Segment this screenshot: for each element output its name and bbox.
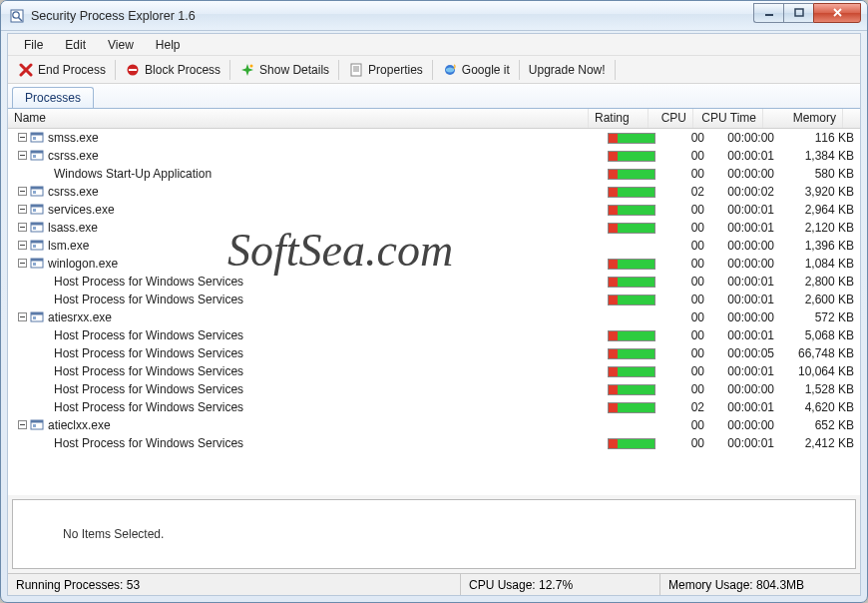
ie-icon	[442, 62, 458, 78]
table-row[interactable]: csrss.exe0000:00:011,384 KB	[8, 147, 860, 165]
table-row[interactable]: Host Process for Windows Services0000:00…	[8, 291, 860, 308]
cpu-cell: 00	[665, 436, 710, 450]
table-row[interactable]: Host Process for Windows Services0000:00…	[8, 273, 860, 291]
cpu-cell: 00	[665, 167, 710, 181]
menu-file[interactable]: File	[14, 36, 53, 54]
column-cpu[interactable]: CPU	[649, 109, 693, 128]
column-rating[interactable]: Rating	[589, 109, 649, 128]
properties-label: Properties	[368, 63, 423, 77]
maximize-button[interactable]	[783, 3, 813, 23]
close-button[interactable]	[813, 3, 861, 23]
rating-bar	[608, 187, 655, 198]
google-it-button[interactable]: Google it	[436, 60, 516, 80]
table-row[interactable]: atieclxx.exe0000:00:00652 KB	[8, 416, 860, 434]
table-row[interactable]: smss.exe0000:00:00116 KB	[8, 129, 860, 147]
cpu-cell: 00	[665, 131, 710, 145]
rating-cell	[606, 366, 665, 377]
column-name[interactable]: Name	[8, 109, 589, 128]
tab-processes[interactable]: Processes	[12, 87, 94, 109]
rating-cell	[606, 277, 665, 288]
rating-bar	[608, 223, 655, 234]
memory-cell: 5,068 KB	[780, 328, 860, 342]
toolbar-separator	[115, 60, 116, 80]
cpu-time-cell: 00:00:00	[710, 131, 780, 145]
menu-view[interactable]: View	[98, 36, 144, 54]
svg-rect-47	[33, 245, 36, 248]
expander-icon[interactable]	[18, 257, 30, 271]
process-name-cell: atieclxx.exe	[8, 418, 606, 432]
process-name-cell: lsm.exe	[8, 239, 606, 253]
rating-bar	[608, 205, 655, 216]
upgrade-button[interactable]: Upgrade Now!	[523, 61, 612, 79]
process-icon	[30, 418, 44, 432]
rating-bar	[608, 348, 655, 359]
svg-point-12	[250, 64, 253, 67]
process-icon	[36, 328, 50, 342]
rating-cell	[606, 151, 665, 162]
process-name: csrss.exe	[48, 149, 99, 163]
column-scroll-gap	[843, 109, 860, 128]
menu-help[interactable]: Help	[146, 36, 191, 54]
cpu-time-cell: 00:00:01	[710, 436, 780, 450]
menubar: File Edit View Help	[8, 34, 860, 56]
table-row[interactable]: Host Process for Windows Services0000:00…	[8, 344, 860, 362]
memory-cell: 2,964 KB	[780, 203, 860, 217]
titlebar[interactable]: Security Process Explorer 1.6	[1, 1, 867, 31]
toolbar-separator	[615, 60, 616, 80]
block-process-button[interactable]: Block Process	[119, 60, 226, 80]
cpu-cell: 00	[665, 418, 710, 432]
expander-icon[interactable]	[18, 418, 30, 432]
minimize-button[interactable]	[753, 3, 783, 23]
table-row[interactable]: lsm.exe0000:00:001,396 KB	[8, 237, 860, 255]
rating-bar	[608, 259, 655, 270]
expander-icon[interactable]	[18, 310, 30, 324]
table-row[interactable]: Host Process for Windows Services0200:00…	[8, 398, 860, 416]
cpu-time-cell: 00:00:00	[710, 382, 780, 396]
cpu-cell: 00	[665, 310, 710, 324]
show-details-button[interactable]: Show Details	[233, 60, 335, 80]
table-row[interactable]: Host Process for Windows Services0000:00…	[8, 380, 860, 398]
cpu-time-cell: 00:00:00	[710, 239, 780, 253]
expander-icon[interactable]	[18, 203, 30, 217]
table-row[interactable]: csrss.exe0200:00:023,920 KB	[8, 183, 860, 201]
rating-cell	[606, 169, 665, 180]
process-name-cell: Host Process for Windows Services	[8, 382, 606, 396]
toolbar-separator	[519, 60, 520, 80]
menu-edit[interactable]: Edit	[55, 36, 96, 54]
rating-cell	[606, 402, 665, 413]
table-row[interactable]: atiesrxx.exe0000:00:00572 KB	[8, 308, 860, 326]
cpu-cell: 02	[665, 185, 710, 199]
expander-icon[interactable]	[18, 131, 30, 145]
cpu-time-cell: 00:00:01	[710, 203, 780, 217]
process-name-cell: Host Process for Windows Services	[8, 275, 606, 289]
properties-icon	[348, 62, 364, 78]
column-memory[interactable]: Memory	[763, 109, 843, 128]
end-process-button[interactable]: End Process	[12, 60, 112, 80]
table-row[interactable]: Host Process for Windows Services0000:00…	[8, 434, 860, 452]
rating-cell	[606, 295, 665, 305]
table-row[interactable]: lsass.exe0000:00:012,120 KB	[8, 219, 860, 237]
expander-icon[interactable]	[18, 149, 30, 163]
table-row[interactable]: Windows Start-Up Application0000:00:0058…	[8, 165, 860, 183]
cpu-time-cell: 00:00:00	[710, 418, 780, 432]
cpu-time-cell: 00:00:01	[710, 364, 780, 378]
table-row[interactable]: Host Process for Windows Services0000:00…	[8, 326, 860, 344]
process-icon	[36, 346, 50, 360]
expander-icon[interactable]	[18, 185, 30, 199]
tab-strip: Processes	[8, 84, 860, 108]
cpu-cell: 00	[665, 239, 710, 253]
process-icon	[36, 364, 50, 378]
svg-rect-57	[33, 316, 36, 319]
list-body[interactable]: SoftSea.com smss.exe0000:00:00116 KBcsrs…	[8, 129, 860, 495]
table-row[interactable]: Host Process for Windows Services0000:00…	[8, 362, 860, 380]
expander-icon[interactable]	[18, 221, 30, 235]
expander-icon[interactable]	[18, 239, 30, 253]
properties-button[interactable]: Properties	[342, 60, 429, 80]
process-icon	[36, 293, 50, 306]
process-name-cell: services.exe	[8, 203, 606, 217]
column-cpu-time[interactable]: CPU Time	[693, 109, 763, 128]
table-row[interactable]: winlogon.exe0000:00:001,084 KB	[8, 255, 860, 273]
svg-rect-37	[33, 209, 36, 212]
table-row[interactable]: services.exe0000:00:012,964 KB	[8, 201, 860, 219]
status-memory: Memory Usage: 804.3MB	[660, 574, 860, 595]
